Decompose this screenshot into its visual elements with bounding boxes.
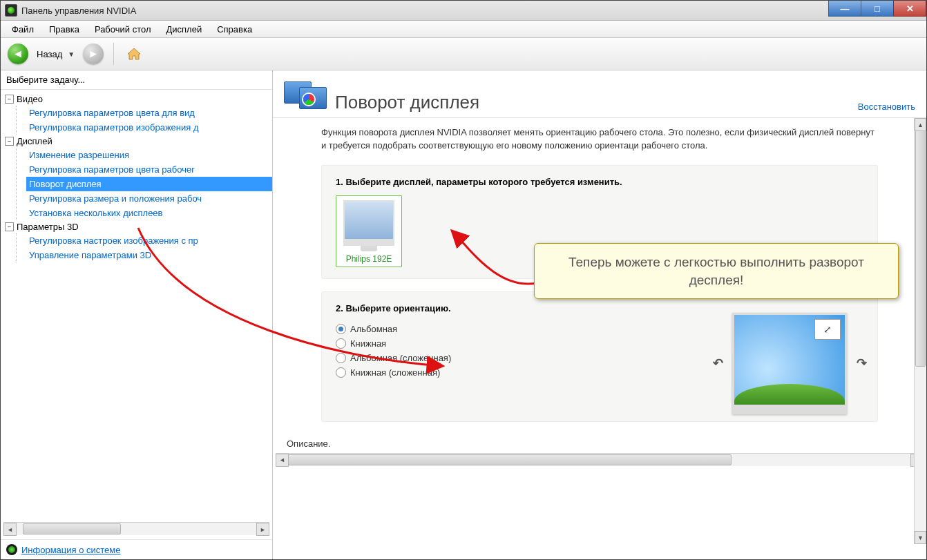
radio-icon	[336, 338, 346, 349]
window-title: Панель управления NVIDIA	[21, 6, 828, 16]
step1-label: 1. Выберите дисплей, параметры которого …	[336, 177, 863, 187]
scroll-right-icon[interactable]: ►	[256, 523, 269, 536]
scroll-left-icon[interactable]: ◄	[276, 454, 289, 467]
home-icon	[126, 46, 142, 62]
radio-icon	[336, 324, 346, 334]
page-title: Поворот дисплея	[335, 92, 848, 113]
menu-display[interactable]: Дисплей	[160, 23, 209, 36]
scroll-up-icon[interactable]: ▲	[915, 118, 926, 131]
rotate-cw-button[interactable]: ↷	[854, 356, 869, 371]
display-name: Philips 192E	[343, 254, 394, 264]
orientation-preview: ⤢	[732, 313, 847, 414]
scroll-thumb[interactable]	[915, 131, 926, 367]
section-choose-display: 1. Выберите дисплей, параметры которого …	[321, 165, 878, 279]
nav-history-dropdown[interactable]: ▼	[68, 50, 75, 58]
step2-label: 2. Выберите ориентацию.	[336, 303, 863, 313]
tree-category-label: Видео	[17, 94, 43, 104]
window-close-button[interactable]: ✕	[893, 1, 926, 17]
radio-icon	[336, 367, 346, 378]
sidebar-header: Выберите задачу...	[1, 70, 272, 90]
arrow-right-icon: ►	[88, 48, 99, 60]
main-hscrollbar[interactable]: ◄ ►	[276, 453, 924, 466]
rotate-display-icon	[284, 77, 325, 113]
flip-icon: ⤢	[814, 319, 841, 340]
menu-help[interactable]: Справка	[210, 23, 259, 36]
orientation-label: Альбомная (сложенная)	[350, 353, 451, 363]
menu-edit[interactable]: Правка	[42, 23, 86, 36]
tree-item-3d-settings[interactable]: Управление параметрами 3D	[26, 248, 272, 262]
home-button[interactable]	[124, 44, 144, 64]
nav-forward-button[interactable]: ►	[83, 44, 104, 64]
description-footer: Описание.	[273, 434, 926, 449]
toolbar: ◄ Назад ▼ ►	[1, 38, 926, 70]
nav-back-label: Назад	[37, 49, 62, 59]
titlebar: Панель управления NVIDIA — □ ✕	[1, 1, 926, 21]
tree-item-desktop-color[interactable]: Регулировка параметров цвета рабочег	[26, 162, 272, 177]
tree-category-label: Параметры 3D	[17, 222, 79, 232]
collapse-icon[interactable]: −	[5, 137, 14, 146]
menu-file[interactable]: Файл	[5, 23, 41, 36]
system-info-link[interactable]: Информация о системе	[21, 545, 121, 555]
scroll-down-icon[interactable]: ▼	[915, 531, 926, 544]
main-vscrollbar[interactable]: ▲ ▼	[914, 118, 926, 544]
radio-icon	[336, 353, 346, 363]
collapse-icon[interactable]: −	[5, 222, 14, 231]
orientation-label: Книжная (сложенная)	[350, 367, 440, 378]
nav-back-button[interactable]: ◄	[8, 44, 28, 64]
tree-item-rotate-display[interactable]: Поворот дисплея	[26, 177, 272, 191]
tree-category-video[interactable]: −Видео	[5, 93, 272, 106]
sidebar-hscrollbar[interactable]: ◄ ►	[3, 522, 269, 535]
monitor-icon	[343, 200, 394, 246]
scroll-left-icon[interactable]: ◄	[3, 523, 17, 536]
app-icon	[5, 4, 17, 17]
tree-item-size-position[interactable]: Регулировка размера и положения рабоч	[26, 191, 272, 206]
tree-item-resolution[interactable]: Изменение разрешения	[26, 148, 272, 162]
tree-item-multi-display[interactable]: Установка нескольких дисплеев	[26, 206, 272, 220]
restore-link[interactable]: Восстановить	[858, 102, 915, 112]
scroll-thumb[interactable]	[288, 454, 732, 465]
menubar: Файл Правка Рабочий стол Дисплей Справка	[1, 21, 926, 38]
nvidia-orb-icon	[6, 544, 17, 555]
menu-desktop[interactable]: Рабочий стол	[88, 23, 158, 36]
arrow-left-icon: ◄	[12, 48, 23, 60]
system-info-link-row: Информация о системе	[1, 539, 272, 559]
toolbar-separator	[113, 43, 114, 65]
page-description: Функция поворота дисплея NVIDIA позволяе…	[321, 126, 878, 153]
tree-item-video-color[interactable]: Регулировка параметров цвета для вид	[26, 106, 272, 120]
collapse-icon[interactable]: −	[5, 95, 14, 104]
window-maximize-button[interactable]: □	[861, 1, 894, 17]
tree-item-3d-image[interactable]: Регулировка настроек изображения с пр	[26, 233, 272, 248]
section-orientation: 2. Выберите ориентацию. Альбомная Книжна…	[321, 291, 878, 422]
main-panel: Поворот дисплея Восстановить Функция пов…	[273, 70, 926, 559]
orientation-label: Книжная	[350, 338, 386, 349]
task-tree: −Видео Регулировка параметров цвета для …	[1, 90, 272, 519]
rotate-ccw-button[interactable]: ↶	[710, 356, 725, 371]
tree-category-display[interactable]: −Дисплей	[5, 135, 272, 148]
task-sidebar: Выберите задачу... −Видео Регулировка па…	[1, 70, 273, 559]
tree-category-3d[interactable]: −Параметры 3D	[5, 220, 272, 233]
scroll-thumb[interactable]	[23, 523, 121, 534]
display-thumbnail[interactable]: Philips 192E	[336, 195, 402, 267]
main-header: Поворот дисплея Восстановить	[273, 70, 926, 118]
window-minimize-button[interactable]: —	[828, 1, 861, 17]
orientation-label: Альбомная	[350, 324, 397, 334]
tree-category-label: Дисплей	[17, 136, 52, 146]
tree-item-video-image[interactable]: Регулировка параметров изображения д	[26, 120, 272, 135]
